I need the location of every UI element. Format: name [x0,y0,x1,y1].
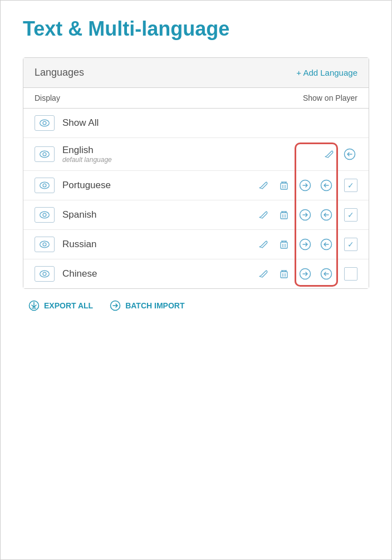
lang-row-chinese: Chinese [23,259,369,288]
checkbox-russian[interactable]: ✓ [344,238,357,251]
lang-name-english: English [62,145,315,156]
lang-info-portuguese: Portuguese [62,180,249,191]
actions-english [321,146,357,162]
lang-name-portuguese: Portuguese [62,180,249,191]
svg-point-35 [40,271,50,277]
svg-point-15 [40,212,50,218]
import-button-portuguese[interactable] [297,178,313,193]
delete-button-russian[interactable] [276,237,292,252]
lang-subtitle-english: default language [62,156,315,164]
add-language-button[interactable]: + Add Language [296,68,357,77]
edit-button-russian[interactable] [255,237,271,252]
export-all-icon [28,300,40,311]
svg-point-16 [43,213,46,217]
lang-name-show-all: Show All [62,117,352,129]
export-button-chinese[interactable] [318,266,334,282]
lang-row-portuguese: Portuguese ✓ [23,171,369,200]
lang-info-chinese: Chinese [62,268,249,279]
actions-chinese [255,266,357,282]
import-button-chinese[interactable] [297,266,313,282]
card-header: Languages + Add Language [23,58,369,88]
footer-actions: EXPORT ALL BATCH IMPORT [23,300,369,311]
delete-button-chinese[interactable] [276,266,292,282]
delete-button-spanish[interactable] [276,207,292,223]
languages-card: Languages + Add Language Display Show on… [23,57,369,289]
svg-point-2 [40,151,50,158]
lang-name-russian: Russian [62,239,249,250]
export-all-label: EXPORT ALL [44,301,93,310]
import-button-russian[interactable] [297,237,313,252]
svg-point-5 [40,182,50,189]
import-button-spanish[interactable] [297,207,313,223]
lang-info-russian: Russian [62,239,249,250]
checkbox-spanish[interactable]: ✓ [344,208,357,222]
export-button-portuguese[interactable] [318,178,334,193]
edit-button-english[interactable] [321,146,336,162]
svg-point-25 [40,241,50,248]
column-headers: Display Show on Player [23,88,369,109]
col-show: Show on Player [303,94,357,102]
lang-row-russian: Russian ✓ [23,230,369,259]
actions-spanish: ✓ [255,207,357,223]
svg-point-0 [40,120,50,126]
card-header-title: Languages [35,67,84,78]
rows-container: Show All English default language [23,109,369,288]
svg-point-26 [43,243,46,246]
svg-rect-7 [281,183,287,189]
lang-name-spanish: Spanish [62,209,249,220]
batch-import-label: BATCH IMPORT [125,301,184,310]
actions-portuguese: ✓ [255,178,357,193]
export-button-english[interactable] [342,146,357,162]
lang-name-chinese: Chinese [62,268,249,279]
checkbox-chinese[interactable] [344,267,357,281]
svg-rect-37 [281,272,287,278]
col-display: Display [35,94,60,102]
export-button-russian[interactable] [318,237,334,252]
checkbox-portuguese[interactable]: ✓ [344,179,357,192]
eye-button-chinese[interactable] [35,266,55,282]
export-button-spanish[interactable] [318,207,334,223]
lang-row-show-all: Show All [23,109,369,138]
export-all-button[interactable]: EXPORT ALL [28,300,93,311]
eye-button-spanish[interactable] [35,207,55,223]
svg-rect-17 [281,213,287,219]
lang-row-spanish: Spanish ✓ [23,200,369,230]
page-container: Text & Multi-language Languages + Add La… [0,0,392,560]
batch-import-button[interactable]: BATCH IMPORT [110,300,184,311]
svg-point-1 [43,121,46,125]
eye-button-english[interactable] [35,146,55,162]
eye-button-portuguese[interactable] [35,178,55,193]
eye-button-show-all[interactable] [35,115,55,131]
lang-info-english: English default language [62,145,315,164]
svg-point-36 [43,272,46,276]
lang-info-show-all: Show All [62,117,352,129]
delete-button-portuguese[interactable] [276,178,292,193]
edit-button-spanish[interactable] [255,207,271,223]
eye-button-russian[interactable] [35,237,55,252]
edit-button-chinese[interactable] [255,266,271,282]
lang-info-spanish: Spanish [62,209,249,220]
svg-point-6 [43,184,46,187]
batch-import-icon [110,300,121,311]
actions-russian: ✓ [255,237,357,252]
lang-row-english: English default language [23,138,369,171]
svg-point-3 [43,153,46,156]
edit-button-portuguese[interactable] [255,178,271,193]
svg-rect-27 [281,242,287,248]
page-title: Text & Multi-language [23,17,369,41]
